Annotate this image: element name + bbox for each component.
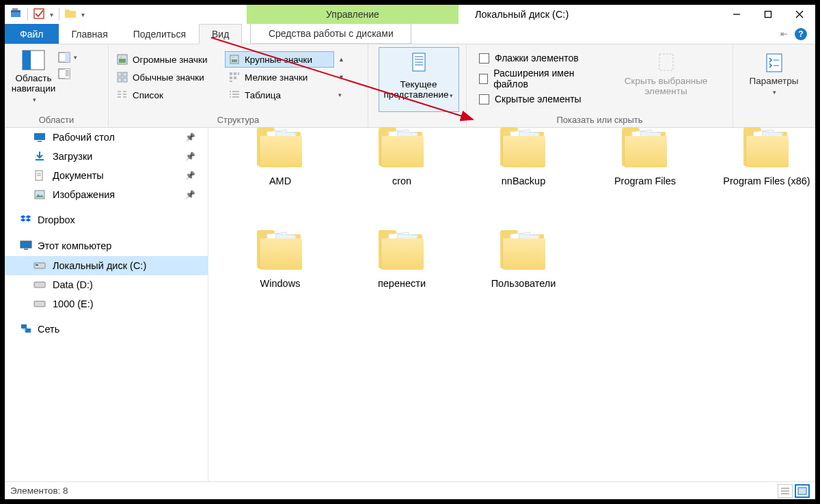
desktop-icon	[33, 131, 46, 143]
pin-ribbon-icon[interactable]: ⇤	[780, 29, 788, 39]
ribbon-tabs: Файл Главная Поделиться Вид Средства раб…	[5, 24, 815, 44]
help-icon[interactable]: ?	[795, 28, 807, 40]
qat-customize-icon[interactable]: ▾	[81, 11, 85, 18]
file-list[interactable]: AMDcronnnBackupProgram FilesProgram File…	[208, 128, 815, 481]
tab-drive-tools[interactable]: Средства работы с дисками	[250, 24, 411, 44]
sidebar-item-network[interactable]: Сеть	[5, 319, 208, 339]
svg-rect-50	[659, 54, 673, 70]
folder-label: cron	[392, 171, 411, 186]
network-icon	[20, 322, 32, 337]
pictures-icon	[33, 188, 46, 201]
svg-rect-26	[123, 78, 127, 82]
downloads-icon	[33, 150, 46, 163]
folder-item[interactable]: Program Files	[587, 128, 703, 216]
drive-icon	[33, 279, 46, 291]
svg-rect-2	[12, 8, 18, 10]
preview-pane-button[interactable]: ▾	[58, 51, 77, 64]
svg-rect-11	[65, 53, 70, 62]
hidden-items-toggle[interactable]: Скрытые элементы	[479, 94, 595, 104]
folder-icon	[376, 128, 428, 171]
layout-list[interactable]: Список	[113, 87, 222, 103]
folder-item[interactable]: Program Files (x86)	[709, 128, 815, 216]
qat-folder-icon[interactable]	[64, 8, 77, 22]
svg-rect-9	[23, 51, 31, 70]
sidebar-item-documents[interactable]: Документы	[5, 166, 208, 185]
sidebar-item-data-d[interactable]: Data (D:)	[5, 275, 208, 294]
maximize-button[interactable]	[752, 5, 784, 24]
folder-icon	[741, 128, 793, 171]
svg-rect-61	[35, 191, 44, 199]
layout-small-label: Мелкие значки	[245, 72, 308, 83]
layout-group-label: Структура	[109, 113, 368, 127]
quick-access-toolbar: ▾ ▾	[5, 5, 91, 24]
layout-scroll-down[interactable]: ▼	[338, 74, 349, 81]
folder-item[interactable]: AMD	[222, 128, 338, 216]
folder-item[interactable]: Windows	[222, 230, 338, 319]
tab-share[interactable]: Поделиться	[121, 24, 199, 44]
layout-scroll-up[interactable]: ▲	[338, 56, 349, 63]
folder-icon	[254, 128, 306, 171]
sidebar-item-pictures[interactable]: Изображения	[5, 185, 208, 204]
tab-view[interactable]: Вид	[199, 24, 242, 44]
sidebar-item-downloads[interactable]: Загрузки	[5, 147, 208, 166]
qat-properties-dropdown[interactable]: ▾	[49, 11, 54, 18]
layout-large[interactable]: Крупные значки	[225, 51, 334, 68]
layout-table[interactable]: Таблица	[225, 87, 334, 103]
layout-list-label: Список	[133, 90, 163, 100]
layout-small[interactable]: Мелкие значки	[225, 69, 334, 85]
svg-point-22	[232, 57, 234, 58]
qat-properties-icon[interactable]	[33, 8, 45, 22]
sidebar-item-label: Этот компьютер	[38, 240, 111, 251]
folder-label: Пользователи	[491, 274, 556, 289]
tab-file[interactable]: Файл	[5, 24, 59, 44]
svg-rect-1	[11, 10, 20, 12]
documents-icon	[33, 169, 46, 182]
dropbox-icon	[20, 213, 32, 227]
drive-icon	[33, 298, 46, 310]
details-pane-button[interactable]	[58, 68, 77, 80]
svg-rect-66	[36, 264, 38, 266]
svg-rect-23	[118, 72, 122, 76]
drive-icon	[33, 260, 46, 272]
svg-rect-74	[798, 488, 806, 494]
file-extensions-toggle[interactable]: Расширения имен файлов	[479, 68, 595, 89]
tab-home[interactable]: Главная	[59, 24, 120, 44]
svg-rect-18	[119, 59, 126, 63]
svg-rect-24	[123, 72, 127, 76]
layout-medium[interactable]: Обычные значки	[113, 69, 222, 85]
layout-table-label: Таблица	[245, 90, 281, 100]
sidebar-item-label: Изображения	[53, 189, 115, 200]
sidebar-item-1000-e[interactable]: 1000 (E:)	[5, 294, 208, 313]
sidebar-item-dropbox[interactable]: Dropbox	[5, 210, 208, 230]
svg-rect-5	[765, 12, 771, 18]
folder-icon	[254, 230, 306, 274]
svg-point-19	[120, 57, 122, 59]
sidebar-item-label: Рабочий стол	[53, 132, 115, 143]
folder-item[interactable]: перенести	[344, 230, 460, 319]
item-checkboxes-label: Флажки элементов	[495, 53, 579, 64]
current-view-label: Текущее представление	[384, 79, 449, 100]
options-button[interactable]: Параметры▾	[743, 47, 806, 98]
folder-item[interactable]: nnBackup	[465, 128, 582, 216]
item-checkboxes-toggle[interactable]: Флажки элементов	[479, 53, 595, 64]
contextual-tab-header: Управление	[247, 5, 459, 24]
minimize-button[interactable]	[721, 5, 752, 24]
svg-rect-30	[230, 76, 232, 79]
navigation-sidebar[interactable]: Рабочий стол Загрузки Документы Изображе…	[5, 128, 208, 481]
layout-more-button[interactable]: ▾	[338, 92, 349, 98]
current-view-button[interactable]: Текущее представление▾	[379, 47, 459, 112]
sidebar-item-desktop[interactable]: Рабочий стол	[5, 128, 208, 147]
sidebar-item-this-pc[interactable]: Этот компьютер	[5, 236, 208, 256]
svg-rect-56	[38, 141, 42, 142]
svg-rect-25	[118, 78, 122, 82]
view-details-button[interactable]	[778, 484, 793, 498]
folder-item[interactable]: Пользователи	[465, 230, 582, 319]
sidebar-item-label: Data (D:)	[53, 279, 93, 290]
folder-label: nnBackup	[502, 171, 546, 186]
navigation-pane-button[interactable]: Область навигации ▾	[9, 47, 58, 105]
layout-extra-large[interactable]: Огромные значки	[113, 51, 222, 68]
folder-item[interactable]: cron	[344, 128, 460, 216]
close-button[interactable]	[784, 5, 815, 24]
view-large-icons-button[interactable]	[795, 484, 810, 498]
sidebar-item-local-c[interactable]: Локальный диск (C:)	[5, 256, 208, 275]
